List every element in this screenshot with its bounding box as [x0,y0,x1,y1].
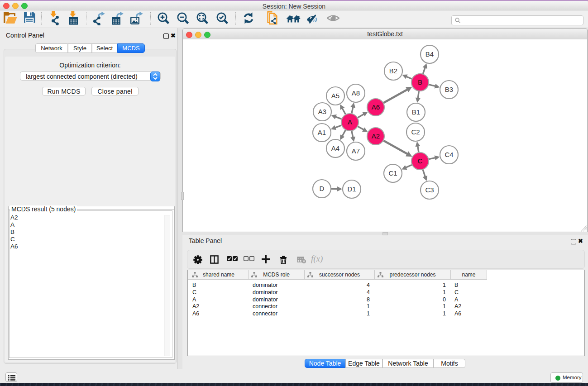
svg-text:B3: B3 [445,86,453,93]
svg-text:A2: A2 [372,132,380,140]
svg-text:A5: A5 [331,92,339,100]
svg-text:C1: C1 [388,169,397,177]
svg-text:B: B [418,78,422,86]
svg-text:B2: B2 [389,67,397,75]
svg-text:B1: B1 [412,108,420,116]
svg-text:A3: A3 [318,108,326,115]
svg-text:C3: C3 [425,186,434,194]
svg-text:C: C [418,157,423,165]
svg-text:D1: D1 [347,185,356,193]
svg-text:C4: C4 [445,151,453,158]
svg-text:A1: A1 [318,129,326,136]
svg-text:A6: A6 [372,103,380,111]
svg-text:A4: A4 [331,144,339,152]
svg-text:C2: C2 [411,128,420,136]
svg-text:B4: B4 [425,50,434,58]
svg-text:A8: A8 [352,89,360,97]
svg-text:A7: A7 [352,147,360,155]
svg-text:A: A [348,118,352,126]
svg-text:D: D [320,185,325,192]
